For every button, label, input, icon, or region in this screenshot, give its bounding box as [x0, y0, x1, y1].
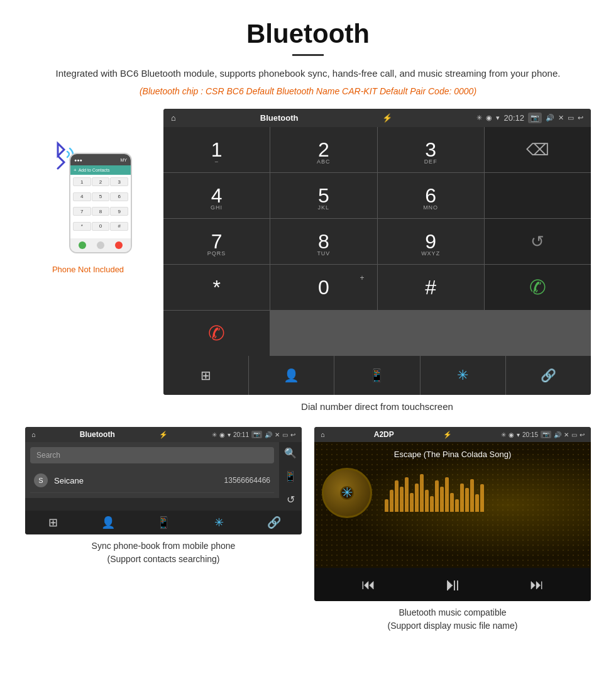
ms-close-icon[interactable]: ✕ [564, 431, 569, 438]
dial-key-hash[interactable]: # [378, 265, 484, 310]
dial-key-0[interactable]: 0 + [270, 265, 377, 310]
dial-key-9[interactable]: 9 WXYZ [378, 219, 484, 264]
dial-key-6[interactable]: 6 MNO [378, 173, 484, 218]
music-header: ⌂ A2DP ⚡ ✳ ◉ ▾ 20:15 📷 🔊 ✕ ▭ ↩ [314, 427, 591, 442]
pb-refresh-action-icon[interactable]: ↺ [287, 494, 295, 506]
pb-bottom-link[interactable]: 🔗 [246, 516, 302, 529]
pb-camera-icon[interactable]: 📷 [251, 431, 262, 438]
dialpad-caption: Dial number direct from touchscreen [163, 395, 591, 414]
phonebook-search-bar[interactable]: Search [30, 447, 274, 463]
ms-vol-icon[interactable]: 🔊 [554, 431, 561, 438]
bottom-bluetooth-icon[interactable]: ✳ [421, 356, 505, 395]
music-content: Escape (The Pina Colada Song) ✳ [314, 442, 591, 568]
pb-bottom-phone[interactable]: 📱 [136, 516, 191, 529]
dial-refresh[interactable]: ↺ [485, 219, 591, 264]
album-art: ✳ [322, 468, 372, 518]
bottom-grid-icon[interactable]: ⊞ [163, 356, 248, 395]
music-equalizer [385, 474, 484, 512]
dial-call-red[interactable]: ✆ [163, 311, 270, 356]
car-bottom-row: ⊞ 👤 📱 ✳ 🔗 [163, 356, 591, 395]
camera-icon[interactable]: 📷 [528, 113, 542, 123]
pb-gps-icon: ◉ [219, 431, 225, 438]
pb-bottom-grid[interactable]: ⊞ [25, 516, 80, 529]
ms-back-icon[interactable]: ↩ [580, 431, 585, 438]
gps-icon: ◉ [486, 114, 492, 122]
pb-back-icon[interactable]: ↩ [290, 431, 295, 438]
pb-window-icon[interactable]: ▭ [282, 431, 288, 438]
main-section: ●●● MY +Add to Contacts 123 456 789 *0# [0, 102, 616, 421]
dial-call-green[interactable]: ✆ [485, 265, 591, 310]
car-screen-header: ⌂ Bluetooth ⚡ ✳ ◉ ▾ 20:12 📷 🔊 ✕ ▭ ↩ [163, 109, 591, 127]
contact-number: 13566664466 [224, 476, 270, 485]
page-header: Bluetooth Integrated with BC6 Bluetooth … [0, 0, 616, 102]
usb-icon: ⚡ [382, 113, 392, 123]
ms-usb-icon: ⚡ [443, 431, 452, 439]
contact-row[interactable]: S Seicane 13566664466 [30, 468, 274, 493]
screen-title: Bluetooth [260, 113, 299, 123]
dial-key-star[interactable]: * [163, 265, 270, 310]
phonebook-list: Search S Seicane 13566664466 [25, 442, 279, 511]
header-description: Integrated with BC6 Bluetooth module, su… [38, 66, 578, 81]
next-button[interactable]: ⏭ [530, 577, 544, 593]
play-pause-button[interactable]: ⏯ [444, 574, 461, 595]
bottom-person-icon[interactable]: 👤 [249, 356, 334, 395]
close-icon[interactable]: ✕ [558, 114, 564, 122]
ms-time: 20:15 [522, 431, 538, 438]
signal-icon: ▾ [496, 114, 500, 122]
ms-home-icon[interactable]: ⌂ [321, 431, 325, 438]
prev-button[interactable]: ⏮ [361, 577, 375, 593]
pb-bottom-bt[interactable]: ✳ [191, 516, 246, 529]
music-bt-icon: ✳ [341, 485, 353, 501]
pb-home-icon[interactable]: ⌂ [31, 431, 36, 438]
phone-illustration: ●●● MY +Add to Contacts 123 456 789 *0# [44, 134, 132, 260]
pb-status-icons: ✳ ◉ ▾ 20:11 📷 🔊 ✕ ▭ ↩ [212, 431, 295, 438]
search-placeholder: Search [36, 451, 60, 460]
bottom-screenshots: ⌂ Bluetooth ⚡ ✳ ◉ ▾ 20:11 📷 🔊 ✕ ▭ ↩ [0, 421, 616, 645]
dial-key-5[interactable]: 5 JKL [270, 173, 377, 218]
phonebook-content: Search S Seicane 13566664466 [25, 442, 279, 498]
bottom-link-icon[interactable]: 🔗 [506, 356, 591, 395]
pb-vol-icon[interactable]: 🔊 [265, 431, 272, 438]
pb-phone-action-icon[interactable]: 📱 [284, 470, 297, 482]
music-screenshot: ⌂ A2DP ⚡ ✳ ◉ ▾ 20:15 📷 🔊 ✕ ▭ ↩ [314, 427, 591, 633]
phone-section: ●●● MY +Add to Contacts 123 456 789 *0# [25, 109, 151, 274]
dial-key-2[interactable]: 2 ABC [270, 127, 377, 172]
volume-icon[interactable]: 🔊 [546, 114, 554, 122]
dial-empty-1 [485, 173, 591, 218]
home-icon[interactable]: ⌂ [171, 113, 176, 123]
song-title: Escape (The Pina Colada Song) [394, 450, 511, 459]
ms-status-icons: ✳ ◉ ▾ 20:15 📷 🔊 ✕ ▭ ↩ [501, 431, 585, 438]
pb-title: Bluetooth [80, 430, 115, 439]
dial-key-1[interactable]: 1 ∽ [163, 127, 270, 172]
music-caption: Bluetooth music compatible(Support displ… [388, 606, 518, 633]
ms-gps-icon: ◉ [509, 431, 514, 438]
header-specs: (Bluetooth chip : CSR BC6 Default Blueto… [38, 86, 578, 96]
back-icon[interactable]: ↩ [578, 114, 583, 122]
screen-time: 20:12 [503, 113, 524, 123]
ms-title: A2DP [374, 430, 394, 439]
dial-backspace[interactable]: ⌫ [485, 127, 591, 172]
dialpad-grid: 1 ∽ 2 ABC 3 DEF ⌫ 4 GHI [163, 127, 591, 356]
dial-key-3[interactable]: 3 DEF [378, 127, 484, 172]
pb-usb-icon: ⚡ [159, 431, 168, 439]
phonebook-bottom-bar: ⊞ 👤 📱 ✳ 🔗 [25, 511, 302, 534]
ms-camera-icon[interactable]: 📷 [541, 431, 551, 438]
phone-not-included-label: Phone Not Included [52, 265, 124, 274]
music-album-row: ✳ [322, 468, 583, 518]
contact-initial: S [34, 473, 48, 487]
dialpad-car-screen: ⌂ Bluetooth ⚡ ✳ ◉ ▾ 20:12 📷 🔊 ✕ ▭ ↩ [163, 109, 591, 395]
title-divider [292, 54, 324, 56]
contact-name: Seicane [54, 476, 224, 485]
status-icons: ✳ ◉ ▾ 20:12 📷 🔊 ✕ ▭ ↩ [476, 113, 583, 123]
pb-signal-icon: ▾ [228, 431, 231, 438]
dial-key-8[interactable]: 8 TUV [270, 219, 377, 264]
pb-bottom-person[interactable]: 👤 [80, 516, 136, 529]
pb-search-action-icon[interactable]: 🔍 [284, 447, 297, 459]
bottom-phone-icon[interactable]: 📱 [334, 356, 419, 395]
window-icon[interactable]: ▭ [568, 114, 574, 122]
pb-close-icon[interactable]: ✕ [275, 431, 280, 438]
ms-window-icon[interactable]: ▭ [571, 431, 577, 438]
phonebook-actions: 🔍 📱 ↺ [279, 442, 302, 511]
dial-key-7[interactable]: 7 PQRS [163, 219, 270, 264]
dial-key-4[interactable]: 4 GHI [163, 173, 270, 218]
